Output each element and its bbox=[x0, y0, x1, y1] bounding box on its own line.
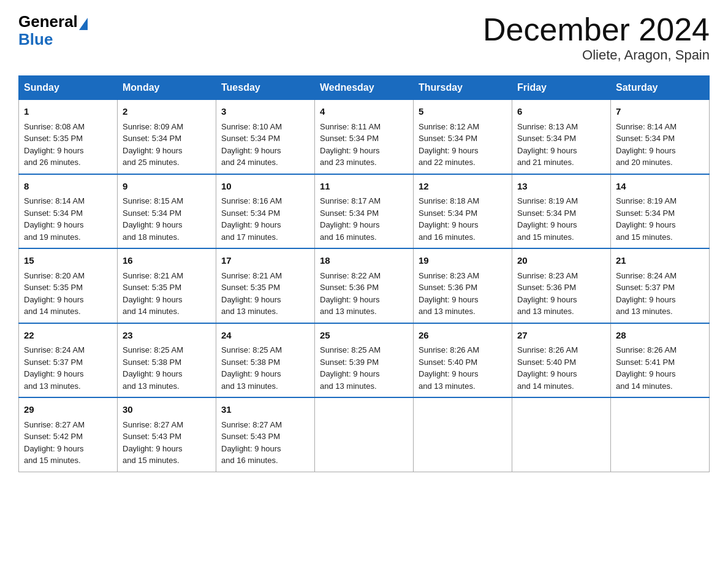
sunrise-text: Sunrise: 8:13 AM bbox=[517, 122, 578, 131]
table-row: 6 Sunrise: 8:13 AM Sunset: 5:34 PM Dayli… bbox=[512, 100, 611, 174]
table-row: 18 Sunrise: 8:22 AM Sunset: 5:36 PM Dayl… bbox=[315, 248, 414, 323]
sunrise-text: Sunrise: 8:26 AM bbox=[517, 345, 578, 354]
table-row: 9 Sunrise: 8:15 AM Sunset: 5:34 PM Dayli… bbox=[118, 174, 216, 249]
sunrise-text: Sunrise: 8:23 AM bbox=[517, 271, 578, 280]
daylight-minutes-text: and 15 minutes. bbox=[24, 456, 81, 465]
daylight-text: Daylight: 9 hours bbox=[616, 220, 676, 229]
daylight-minutes-text: and 23 minutes. bbox=[320, 158, 377, 167]
sunset-text: Sunset: 5:34 PM bbox=[24, 209, 83, 218]
daylight-text: Daylight: 9 hours bbox=[24, 444, 84, 453]
daylight-text: Daylight: 9 hours bbox=[616, 295, 676, 304]
sunset-text: Sunset: 5:34 PM bbox=[517, 134, 576, 143]
daylight-minutes-text: and 22 minutes. bbox=[419, 158, 476, 167]
sunset-text: Sunset: 5:40 PM bbox=[419, 358, 477, 367]
calendar-week-row: 8 Sunrise: 8:14 AM Sunset: 5:34 PM Dayli… bbox=[19, 174, 710, 249]
daylight-text: Daylight: 9 hours bbox=[123, 220, 183, 229]
daylight-minutes-text: and 13 minutes. bbox=[320, 307, 377, 316]
day-number: 28 bbox=[616, 329, 704, 343]
daylight-text: Daylight: 9 hours bbox=[123, 295, 183, 304]
table-row: 7 Sunrise: 8:14 AM Sunset: 5:34 PM Dayli… bbox=[611, 100, 710, 174]
daylight-text: Daylight: 9 hours bbox=[221, 369, 281, 378]
day-number: 2 bbox=[123, 105, 211, 119]
sunset-text: Sunset: 5:37 PM bbox=[616, 283, 675, 292]
daylight-minutes-text: and 13 minutes. bbox=[221, 381, 278, 391]
sunset-text: Sunset: 5:34 PM bbox=[517, 209, 576, 218]
sunset-text: Sunset: 5:40 PM bbox=[517, 358, 576, 367]
calendar-week-row: 22 Sunrise: 8:24 AM Sunset: 5:37 PM Dayl… bbox=[19, 323, 710, 398]
table-row: 29 Sunrise: 8:27 AM Sunset: 5:42 PM Dayl… bbox=[19, 397, 118, 472]
daylight-minutes-text: and 15 minutes. bbox=[517, 232, 574, 242]
daylight-text: Daylight: 9 hours bbox=[221, 220, 281, 229]
day-number: 24 bbox=[221, 329, 309, 343]
daylight-minutes-text: and 14 minutes. bbox=[616, 381, 673, 391]
daylight-text: Daylight: 9 hours bbox=[320, 295, 380, 304]
sunrise-text: Sunrise: 8:20 AM bbox=[24, 271, 85, 280]
sunrise-text: Sunrise: 8:12 AM bbox=[419, 122, 479, 131]
col-tuesday: Tuesday bbox=[216, 76, 315, 100]
table-row: 30 Sunrise: 8:27 AM Sunset: 5:43 PM Dayl… bbox=[118, 397, 216, 472]
daylight-text: Daylight: 9 hours bbox=[419, 295, 479, 304]
sunset-text: Sunset: 5:42 PM bbox=[24, 432, 83, 441]
daylight-minutes-text: and 15 minutes. bbox=[616, 232, 673, 242]
sunset-text: Sunset: 5:35 PM bbox=[24, 134, 83, 143]
sunrise-text: Sunrise: 8:27 AM bbox=[221, 420, 282, 429]
sunset-text: Sunset: 5:34 PM bbox=[616, 209, 675, 218]
day-number: 18 bbox=[320, 254, 408, 268]
sunrise-text: Sunrise: 8:19 AM bbox=[616, 196, 677, 205]
sunset-text: Sunset: 5:37 PM bbox=[24, 358, 83, 367]
daylight-text: Daylight: 9 hours bbox=[517, 146, 577, 155]
table-row bbox=[512, 397, 611, 472]
daylight-minutes-text: and 13 minutes. bbox=[24, 381, 81, 391]
table-row: 3 Sunrise: 8:10 AM Sunset: 5:34 PM Dayli… bbox=[216, 100, 315, 174]
day-number: 29 bbox=[24, 403, 112, 417]
daylight-text: Daylight: 9 hours bbox=[320, 220, 380, 229]
sunrise-text: Sunrise: 8:08 AM bbox=[24, 122, 85, 131]
day-number: 31 bbox=[221, 403, 309, 417]
sunrise-text: Sunrise: 8:11 AM bbox=[320, 122, 381, 131]
sunset-text: Sunset: 5:34 PM bbox=[320, 134, 379, 143]
day-number: 6 bbox=[517, 105, 605, 119]
daylight-minutes-text: and 16 minutes. bbox=[221, 456, 278, 465]
day-number: 27 bbox=[517, 329, 605, 343]
calendar-title: December 2024 bbox=[483, 12, 710, 47]
day-number: 15 bbox=[24, 254, 112, 268]
sunset-text: Sunset: 5:38 PM bbox=[221, 358, 280, 367]
calendar-week-row: 29 Sunrise: 8:27 AM Sunset: 5:42 PM Dayl… bbox=[19, 397, 710, 472]
table-row: 23 Sunrise: 8:25 AM Sunset: 5:38 PM Dayl… bbox=[118, 323, 216, 398]
sunset-text: Sunset: 5:35 PM bbox=[221, 283, 280, 292]
daylight-minutes-text: and 14 minutes. bbox=[24, 307, 81, 316]
col-saturday: Saturday bbox=[611, 76, 710, 100]
day-number: 17 bbox=[221, 254, 309, 268]
day-number: 10 bbox=[221, 180, 309, 194]
daylight-text: Daylight: 9 hours bbox=[517, 369, 577, 378]
sunset-text: Sunset: 5:43 PM bbox=[221, 432, 280, 441]
logo-general-text: General bbox=[18, 12, 78, 31]
sunset-text: Sunset: 5:34 PM bbox=[221, 134, 280, 143]
daylight-text: Daylight: 9 hours bbox=[221, 444, 281, 453]
day-number: 14 bbox=[616, 180, 704, 194]
daylight-text: Daylight: 9 hours bbox=[24, 295, 84, 304]
sunrise-text: Sunrise: 8:25 AM bbox=[320, 345, 381, 354]
table-row: 25 Sunrise: 8:25 AM Sunset: 5:39 PM Dayl… bbox=[315, 323, 414, 398]
sunrise-text: Sunrise: 8:17 AM bbox=[320, 196, 381, 205]
table-row: 14 Sunrise: 8:19 AM Sunset: 5:34 PM Dayl… bbox=[611, 174, 710, 249]
sunset-text: Sunset: 5:36 PM bbox=[320, 283, 379, 292]
title-block: December 2024 Oliete, Aragon, Spain bbox=[483, 12, 710, 63]
day-number: 19 bbox=[419, 254, 507, 268]
sunrise-text: Sunrise: 8:25 AM bbox=[221, 345, 282, 354]
daylight-minutes-text: and 13 minutes. bbox=[123, 381, 180, 391]
sunset-text: Sunset: 5:34 PM bbox=[123, 209, 181, 218]
day-number: 7 bbox=[616, 105, 704, 119]
table-row: 16 Sunrise: 8:21 AM Sunset: 5:35 PM Dayl… bbox=[118, 248, 216, 323]
sunrise-text: Sunrise: 8:16 AM bbox=[221, 196, 282, 205]
day-number: 30 bbox=[123, 403, 211, 417]
table-row: 17 Sunrise: 8:21 AM Sunset: 5:35 PM Dayl… bbox=[216, 248, 315, 323]
calendar-table: Sunday Monday Tuesday Wednesday Thursday… bbox=[18, 75, 710, 472]
daylight-text: Daylight: 9 hours bbox=[123, 369, 183, 378]
daylight-text: Daylight: 9 hours bbox=[24, 220, 84, 229]
daylight-text: Daylight: 9 hours bbox=[517, 295, 577, 304]
day-number: 13 bbox=[517, 180, 605, 194]
sunset-text: Sunset: 5:36 PM bbox=[419, 283, 477, 292]
table-row: 24 Sunrise: 8:25 AM Sunset: 5:38 PM Dayl… bbox=[216, 323, 315, 398]
calendar-subtitle: Oliete, Aragon, Spain bbox=[483, 47, 710, 63]
